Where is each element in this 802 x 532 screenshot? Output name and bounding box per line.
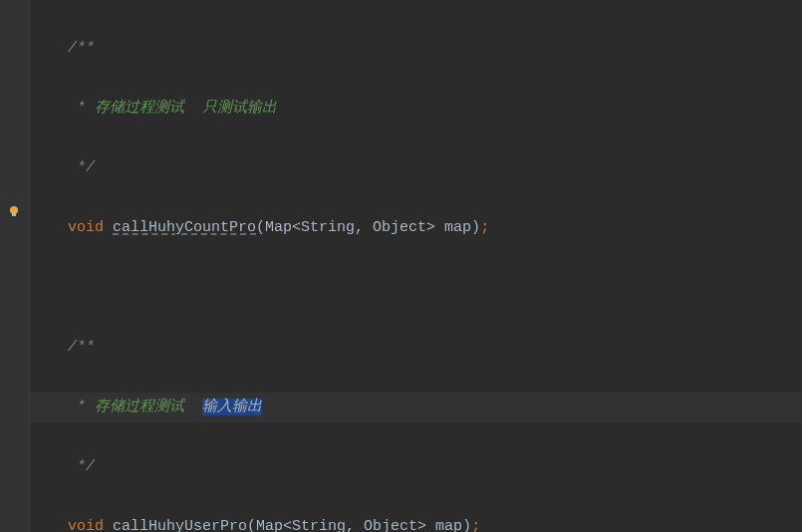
code-line: void callHuhyUserPro(Map<String, Object>… (32, 512, 802, 532)
semicolon: ; (471, 518, 480, 532)
javadoc-start: /** (68, 40, 95, 57)
keyword-void: void (68, 219, 104, 236)
code-line: */ (32, 153, 802, 183)
keyword-void: void (68, 518, 104, 532)
semicolon: ; (480, 219, 489, 236)
code-line-current: * 存储过程测试 输入输出 (0, 393, 802, 422)
javadoc-prefix: * (68, 399, 95, 415)
javadoc-end: */ (68, 159, 95, 176)
intention-bulb-icon[interactable] (7, 204, 21, 218)
svg-rect-1 (12, 213, 16, 216)
javadoc-end: */ (68, 458, 95, 475)
javadoc-start: /** (68, 339, 95, 356)
code-editor[interactable]: /** * 存储过程测试 只测试输出 */ void callHuhyCount… (0, 0, 802, 532)
code-line (32, 273, 802, 303)
editor-gutter (0, 0, 30, 532)
code-line: * 存储过程测试 只测试输出 (32, 94, 802, 124)
selected-text: 输入输出 (202, 399, 262, 415)
method-params: (Map<String, Object> map) (256, 219, 480, 236)
method-params: (Map<String, Object> map) (247, 518, 471, 532)
code-line: */ (32, 452, 802, 482)
code-line: void callHuhyCountPro(Map<String, Object… (32, 213, 802, 243)
code-line: /** (32, 333, 802, 363)
svg-point-0 (10, 206, 18, 214)
javadoc-text: 存储过程测试 只测试输出 (95, 100, 277, 117)
javadoc-text: 存储过程测试 (95, 399, 202, 415)
javadoc-prefix: * (68, 100, 95, 117)
code-line: /** (32, 34, 802, 64)
method-name: callHuhyCountPro (113, 219, 256, 236)
method-name: callHuhyUserPro (113, 518, 247, 532)
